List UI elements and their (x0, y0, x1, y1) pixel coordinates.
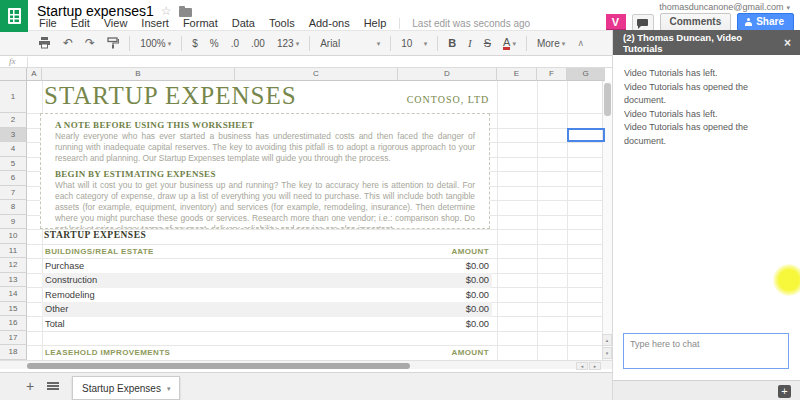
menu-view[interactable]: View (97, 17, 135, 29)
buildings-category-label: BUILDINGS/REAL ESTATE (45, 247, 154, 256)
row-header-16[interactable]: 16 (0, 316, 27, 331)
sheet-tab[interactable]: Startup Expenses ▾ (72, 376, 180, 400)
company-name-cell[interactable]: CONTOSO, LTD (398, 94, 498, 105)
account-menu[interactable]: thomasduncanone@gmail.com ▾ (659, 2, 790, 12)
row-header-9[interactable]: 9 (0, 215, 27, 230)
table-row-total[interactable]: Total$0.00 (42, 317, 492, 332)
font-family-select[interactable]: Arial▾ (314, 34, 386, 52)
share-button[interactable]: Share (737, 13, 794, 31)
all-sheets-menu-icon[interactable] (47, 382, 59, 390)
row-header-5[interactable]: 5 (0, 157, 27, 172)
row-label: Construction (45, 275, 97, 285)
vertical-scrollbar-thumb[interactable] (604, 83, 611, 116)
scroll-up-button[interactable]: ▴ (602, 334, 612, 346)
increase-decimals-button[interactable]: .00 (245, 34, 271, 52)
font-size-select[interactable]: 10▾ (395, 34, 433, 52)
chat-message: Video Tutorials has opened the document. (624, 121, 790, 148)
add-sheet-button[interactable]: + (26, 378, 34, 394)
row-header-18[interactable]: 18 (0, 345, 27, 360)
column-header-E[interactable]: E (497, 68, 537, 81)
sheet-title-cell[interactable]: STARTUP EXPENSES (44, 82, 297, 110)
column-header-B[interactable]: B (42, 68, 235, 81)
selected-cell-G3[interactable] (567, 128, 605, 143)
vertical-scrollbar[interactable]: ▴ ▾ (602, 81, 612, 360)
add-button[interactable]: + (778, 385, 791, 398)
menu-tools[interactable]: Tools (262, 17, 302, 29)
paint-format-button[interactable] (101, 34, 125, 52)
row-header-12[interactable]: 12 (0, 258, 27, 273)
row-label: Total (45, 319, 65, 329)
column-header-G[interactable]: G (567, 68, 605, 81)
horizontal-scrollbar-thumb[interactable] (27, 363, 410, 369)
percent-format-button[interactable]: % (204, 34, 225, 52)
table-row-purchase[interactable]: Purchase$0.00 (42, 259, 492, 274)
comments-button[interactable]: Comments (660, 13, 732, 31)
column-header-F[interactable]: F (537, 68, 567, 81)
row-header-1[interactable]: 1 (0, 81, 27, 113)
zoom-select[interactable]: 100%▾ (134, 34, 177, 52)
spreadsheet-grid[interactable]: ABCDEFG 123456789101112131415161718 STAR… (0, 68, 612, 372)
menu-addons[interactable]: Add-ons (302, 17, 357, 29)
printer-icon (38, 37, 51, 49)
more-button[interactable]: More▾ (531, 34, 571, 52)
formula-bar[interactable]: fx (0, 56, 612, 68)
row-header-7[interactable]: 7 (0, 186, 27, 201)
section-heading-cell[interactable]: STARTUP EXPENSES (44, 230, 146, 240)
italic-button[interactable]: I (462, 34, 478, 52)
collapse-toolbar-button[interactable]: ∧ (577, 38, 584, 48)
table-row-other[interactable]: Other$0.00 (42, 302, 492, 317)
menu-data[interactable]: Data (225, 17, 262, 29)
row-header-14[interactable]: 14 (0, 287, 27, 302)
decrease-decimals-button[interactable]: .0 (225, 34, 245, 52)
collaborator-avatar[interactable]: V (606, 14, 626, 31)
column-header-D[interactable]: D (398, 68, 497, 81)
sheets-logo[interactable] (0, 0, 28, 32)
buildings-table-header[interactable]: BUILDINGS/REAL ESTATE AMOUNT (42, 244, 492, 259)
table-row-remodeling[interactable]: Remodeling$0.00 (42, 288, 492, 303)
last-edit-status[interactable]: Last edit was seconds ago (399, 18, 530, 29)
note-heading-1: A NOTE BEFORE USING THIS WORKSHEET (55, 120, 475, 130)
print-button[interactable] (32, 34, 57, 52)
menu-format[interactable]: Format (176, 17, 225, 29)
column-headers: ABCDEFG (27, 68, 605, 81)
chat-input[interactable] (623, 333, 789, 369)
row-header-13[interactable]: 13 (0, 273, 27, 288)
redo-button[interactable]: ↷ (79, 34, 101, 52)
scroll-left-button[interactable]: ◂ (576, 362, 588, 370)
note-paragraph-2: What will it cost you to get your busine… (55, 180, 475, 229)
horizontal-scrollbar[interactable]: ◂ ▸ (0, 360, 612, 369)
strikethrough-button[interactable]: S (478, 34, 497, 52)
row-header-11[interactable]: 11 (0, 244, 27, 259)
row-header-2[interactable]: 2 (0, 113, 27, 128)
chat-bubble-button[interactable] (632, 14, 654, 31)
amount-header-label: AMOUNT (451, 348, 489, 357)
scroll-down-button[interactable]: ▾ (602, 347, 612, 359)
number-format-button[interactable]: 123▾ (271, 34, 305, 52)
column-header-C[interactable]: C (235, 68, 398, 81)
close-icon[interactable]: × (784, 37, 791, 49)
menu-help[interactable]: Help (357, 17, 394, 29)
menu-file[interactable]: File (32, 17, 64, 29)
row-header-10[interactable]: 10 (0, 229, 27, 244)
menu-edit[interactable]: Edit (64, 17, 97, 29)
table-row-construction[interactable]: Construction$0.00 (42, 273, 492, 288)
text-color-icon: A (503, 37, 510, 50)
bold-button[interactable]: B (442, 34, 462, 52)
note-box[interactable]: A NOTE BEFORE USING THIS WORKSHEET Nearl… (40, 113, 490, 229)
menu-insert[interactable]: Insert (134, 17, 176, 29)
select-all-corner[interactable] (0, 68, 27, 81)
text-color-button[interactable]: A▾ (497, 34, 522, 52)
row-header-15[interactable]: 15 (0, 302, 27, 317)
scroll-right-button[interactable]: ▸ (589, 362, 601, 370)
row-header-6[interactable]: 6 (0, 171, 27, 186)
amount-header-label: AMOUNT (451, 247, 489, 256)
leasehold-table-header[interactable]: LEASEHOLD IMPROVEMENTS AMOUNT (42, 346, 492, 361)
row-header-17[interactable]: 17 (0, 331, 27, 346)
row-header-3[interactable]: 3 (0, 128, 27, 143)
column-header-A[interactable]: A (27, 68, 42, 81)
row-header-4[interactable]: 4 (0, 142, 27, 157)
undo-button[interactable]: ↶ (57, 34, 79, 52)
row-header-8[interactable]: 8 (0, 200, 27, 215)
chat-message: Video Tutorials has left. (624, 108, 790, 122)
currency-format-button[interactable]: $ (186, 34, 204, 52)
